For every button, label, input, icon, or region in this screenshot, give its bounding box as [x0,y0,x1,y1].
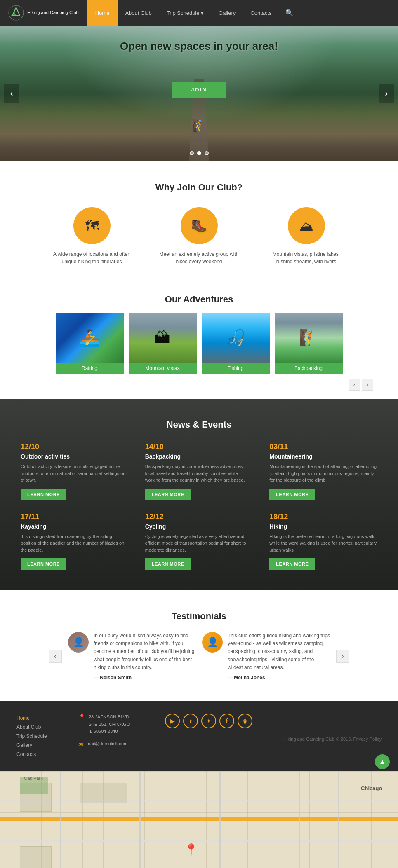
adventures-section: Our Adventures 🚣 Rafting 🏔 Mountain vist… [0,282,398,399]
social-instagram-button[interactable]: ◉ [238,714,252,728]
map-block-2 [80,783,127,803]
footer-link-about[interactable]: About Club [16,723,66,732]
search-nav-icon[interactable]: 🔍 [279,0,300,26]
adventures-grid: 🚣 Rafting 🏔 Mountain vistas 🎣 Fishing 🧗 … [8,313,390,374]
feature-mountain-icon: ⛰ [288,207,325,244]
social-twitter-button[interactable]: ✦ [201,714,216,728]
adventure-fishing-img: 🎣 [202,313,270,363]
footer-address-item: 📍 28 JACKSON BLVDSTE 151, CHICAGOIL 6060… [78,714,153,735]
footer-email-link[interactable]: mail@demolink.com [87,741,127,746]
news-learn-more-3[interactable]: LEARN MORE [269,489,315,500]
testimonial-2-name: — Melina Jones [228,675,330,681]
news-item-5: 12/12 Cycling Cycling is widely regarded… [145,512,253,570]
footer-social-col: ▶ t ✦ f ◉ Hiking and Camping Club © 2015… [165,714,382,742]
hero-section: Open new spaces in your area! JOIN 🧗 ‹ › [0,26,398,161]
map-section: Chicago Oak Park 📍 Google [0,771,398,868]
nav-contacts[interactable]: Contacts [243,0,279,26]
news-desc-1: Outdoor activity is leisure pursuits eng… [21,463,129,484]
hero-join-button[interactable]: JOIN [172,82,225,98]
testimonial-1-name: — Nelson Smith [94,675,196,681]
testimonials-prev-button[interactable]: ‹ [49,650,62,663]
map-pin[interactable]: 📍 [184,843,198,856]
feature-map-icon: 🗺 [73,207,111,244]
adventures-nav-row: ‹ › [8,379,390,391]
social-tumblr-button[interactable]: t [183,714,198,728]
testimonials-section: Testimonials ‹ 👤 In our busy world it is… [0,590,398,701]
footer-contact-col: 📍 28 JACKSON BLVDSTE 151, CHICAGOIL 6060… [78,714,153,748]
news-title-4: Kayaking [21,523,129,530]
news-date-3: 03/11 [269,442,377,451]
news-date-2: 14/10 [145,442,253,451]
news-item-4: 17/11 Kayaking It is distinguished from … [21,512,129,570]
news-item-2: 14/10 Backpacking Backpacking may includ… [145,442,253,500]
news-title-1: Outdoor activities [21,453,129,460]
footer-links-col: Home About Club Trip Schedule Gallery Co… [16,714,66,759]
footer-link-contacts[interactable]: Contacts [16,750,66,759]
adventure-backpacking-img: 🧗 [275,313,343,363]
map-road-v1 [60,771,61,868]
map-road-v3 [219,771,221,868]
scroll-top-button[interactable]: ▲ [375,754,390,769]
logo-icon [8,5,24,21]
map-road-v5 [338,771,339,868]
features-row: 🗺 A wide range of locations and often un… [8,207,390,265]
news-learn-more-2[interactable]: LEARN MORE [145,489,191,500]
news-title-5: Cycling [145,523,253,530]
logo-text: Hiking and Camping Club [27,9,79,16]
news-title-6: Hiking [269,523,377,530]
nav-about[interactable]: About Club [118,0,159,26]
news-item-3: 03/11 Mountaineering Mountaineering is t… [269,442,377,500]
news-desc-6: Hiking is the preferred term for a long,… [269,533,377,554]
news-events-title: News & Events [21,419,377,430]
hero-dot-3[interactable] [205,151,209,155]
news-desc-3: Mountaineering is the sport of attaining… [269,463,377,484]
map-block-3 [20,846,52,868]
news-learn-more-6[interactable]: LEARN MORE [269,558,315,570]
testimonial-1-text: In our busy world it isn't always easy t… [94,632,196,671]
testimonial-2-avatar: 👤 [202,632,223,653]
feature-hike: 🥾 Meet an extremely active group with hi… [158,207,240,265]
email-icon: ✉ [78,742,83,748]
adventures-next-button[interactable]: › [362,379,373,391]
hero-prev-button[interactable]: ‹ [4,84,19,103]
footer-link-trip[interactable]: Trip Schedule [16,732,66,741]
adventure-fishing[interactable]: 🎣 Fishing [202,313,270,374]
social-facebook-button[interactable]: f [219,714,234,728]
hero-dots [190,151,209,155]
hero-dot-2[interactable] [197,151,201,155]
hero-dot-1[interactable] [190,151,194,155]
map-label-chicago: Chicago [361,785,382,791]
nav-home[interactable]: Home [87,0,118,26]
footer-email-item: ✉ mail@demolink.com [78,741,153,748]
testimonial-2: 👤 This club offers guided hiking and wal… [202,632,330,681]
nav-trip[interactable]: Trip Schedule ▾ [159,0,211,26]
why-join-title: Why Join Our Club? [8,182,390,193]
main-nav: Home About Club Trip Schedule ▾ Gallery … [87,0,300,26]
hero-hiker-figure: 🧗 [192,119,206,133]
footer-copyright: Hiking and Camping Club © 2015. Privacy … [165,737,382,742]
testimonials-next-button[interactable]: › [336,650,349,663]
hero-content: Open new spaces in your area! JOIN [0,26,398,98]
news-learn-more-5[interactable]: LEARN MORE [145,558,191,570]
news-desc-2: Backpacking may include wilderness adven… [145,463,253,484]
testimonial-1-content: In our busy world it isn't always easy t… [94,632,196,681]
footer-link-gallery[interactable]: Gallery [16,741,66,750]
news-item-1: 12/10 Outdoor activities Outdoor activit… [21,442,129,500]
adventures-prev-button[interactable]: ‹ [349,379,360,391]
news-learn-more-4[interactable]: LEARN MORE [21,558,66,570]
adventure-backpacking[interactable]: 🧗 Backpacking [275,313,343,374]
footer-link-home[interactable]: Home [16,714,66,723]
map-label-oak-park: Oak Park [24,776,43,781]
nav-gallery[interactable]: Gallery [211,0,243,26]
adventure-mountain[interactable]: 🏔 Mountain vistas [129,313,197,374]
testimonial-1-avatar: 👤 [68,632,89,653]
social-youtube-button[interactable]: ▶ [165,714,180,728]
adventure-rafting-label: Rafting [56,363,124,374]
news-desc-4: It is distinguished from canoeing by the… [21,533,129,554]
footer-social-icons: ▶ t ✦ f ◉ [165,714,382,728]
news-learn-more-1[interactable]: LEARN MORE [21,489,66,500]
adventure-rafting[interactable]: 🚣 Rafting [56,313,124,374]
hero-next-button[interactable]: › [379,84,394,103]
header: Hiking and Camping Club Home About Club … [0,0,398,26]
news-title-2: Backpacking [145,453,253,460]
